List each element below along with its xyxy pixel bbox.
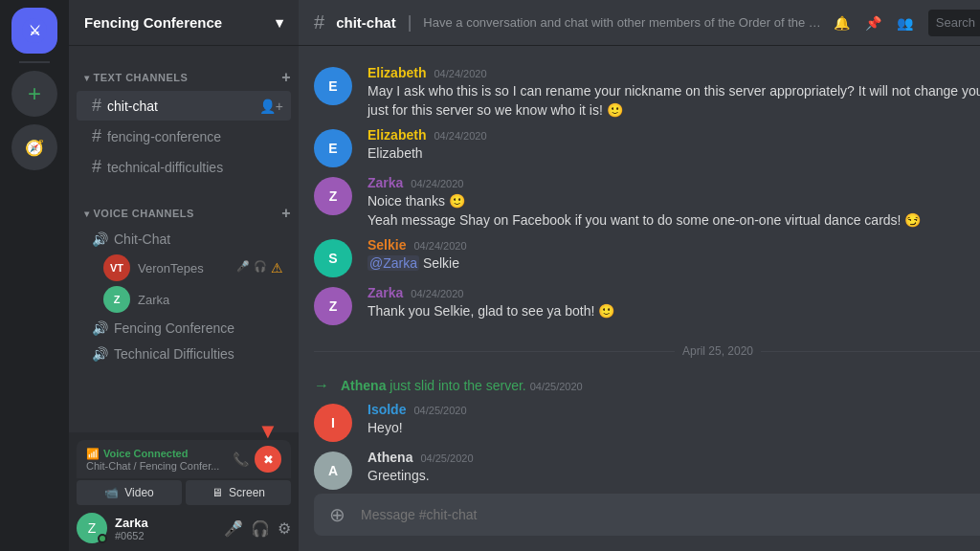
mention: @Zarka bbox=[368, 255, 419, 271]
message-header: Selkie 04/24/2020 bbox=[368, 237, 980, 253]
voice-channel-technical-difficulties[interactable]: 🔊 Technical Difficulties bbox=[77, 342, 291, 366]
voice-channel-fencing-conference[interactable]: 🔊 Fencing Conference bbox=[77, 316, 291, 341]
channel-item-fencing-conference[interactable]: # fencing-conference bbox=[77, 121, 291, 151]
voice-member-avatar: VT bbox=[103, 254, 130, 281]
message-content: Selkie 04/24/2020 @Zarka Selkie bbox=[368, 237, 980, 277]
user-info-bar: Z Zarka #0652 🎤 🎧 ⚙ bbox=[77, 509, 291, 543]
message-input-bar: ⊕ 🎁 GIF 😊 bbox=[314, 494, 980, 536]
voice-member-zarka: Z Zarka bbox=[77, 284, 291, 315]
messages-area: E Elizabeth 04/24/2020 May I ask who thi… bbox=[299, 46, 980, 494]
channel-name: chit-chat bbox=[107, 99, 254, 114]
message-timestamp: 04/25/2020 bbox=[420, 452, 473, 464]
headset-icon[interactable]: 🎧 bbox=[251, 519, 270, 538]
message-text: Elizabeth bbox=[368, 144, 980, 164]
action-buttons: 📹 Video 🖥 Screen bbox=[77, 480, 291, 505]
message-timestamp: 04/24/2020 bbox=[434, 130, 486, 142]
message-group: I Isolde 04/25/2020 Heyo! bbox=[299, 398, 980, 446]
video-button[interactable]: 📹 Video bbox=[77, 480, 182, 505]
message-text: Thank you Selkie, glad to see ya both! 🙂 bbox=[368, 302, 980, 321]
mute-icon[interactable]: 🎤 bbox=[224, 519, 243, 538]
pin-icon[interactable]: 📌 bbox=[865, 15, 881, 31]
message-text: Greetings. bbox=[368, 467, 980, 486]
voice-member-avatar: Z bbox=[103, 286, 130, 313]
join-icon: → bbox=[314, 377, 329, 394]
camera-icon: 📹 bbox=[104, 486, 119, 499]
message-text: May I ask who this is so I can rename yo… bbox=[368, 82, 980, 120]
message-content: Zarka 04/24/2020 Noice thanks 🙂Yeah mess… bbox=[368, 175, 980, 230]
add-server-button[interactable]: + bbox=[11, 71, 57, 117]
message-group: Z Zarka 04/24/2020 Noice thanks 🙂Yeah me… bbox=[299, 171, 980, 233]
channel-name: fencing-conference bbox=[107, 129, 283, 144]
speaker-icon: 🔊 bbox=[92, 320, 108, 336]
message-header: Zarka 04/24/2020 bbox=[368, 175, 980, 190]
vc-disconnect-container: ▼ ✖ bbox=[255, 446, 281, 473]
disconnect-icon: ✖ bbox=[263, 452, 274, 467]
message-group: Z Zarka 04/24/2020 Thank you Selkie, gla… bbox=[299, 281, 980, 329]
text-channels-category[interactable]: ▾ TEXT CHANNELS + bbox=[69, 54, 299, 90]
chat-header: # chit-chat | Have a conversation and ch… bbox=[299, 0, 980, 46]
message-header: Athena 04/25/2020 bbox=[368, 450, 980, 465]
add-attachment-button[interactable]: ⊕ bbox=[325, 494, 349, 536]
server-sidebar: ⚔ + 🧭 bbox=[0, 0, 69, 551]
voice-channel-name: Technical Difficulties bbox=[114, 346, 283, 362]
voice-channel-chit-chat[interactable]: 🔊 Chit-Chat bbox=[77, 227, 291, 252]
add-channel-icon[interactable]: + bbox=[281, 69, 291, 86]
svg-text:⚔: ⚔ bbox=[29, 23, 41, 38]
message-avatar: A bbox=[314, 452, 352, 490]
voice-channel-name: Fencing Conference bbox=[114, 320, 283, 336]
user-area: 📶 Voice Connected Chit-Chat / Fencing Co… bbox=[69, 432, 299, 551]
message-avatar: E bbox=[314, 67, 352, 105]
header-icons: 🔔 📌 👥 Search 🔍 @ ? bbox=[834, 10, 980, 36]
search-placeholder: Search bbox=[936, 15, 980, 30]
channel-list: ▾ TEXT CHANNELS + # chit-chat 👤+ # fenci… bbox=[69, 46, 299, 432]
server-header[interactable]: Fencing Conference ▾ bbox=[69, 0, 299, 46]
members-icon[interactable]: 👥 bbox=[897, 15, 913, 31]
screen-button[interactable]: 🖥 Screen bbox=[186, 480, 291, 505]
date-label: April 25, 2020 bbox=[682, 344, 753, 358]
message-input[interactable] bbox=[361, 496, 980, 533]
hash-icon: # bbox=[92, 96, 101, 116]
user-avatar-icon: Z bbox=[88, 520, 97, 536]
voice-status-icons: 🎤 🎧 ⚠ bbox=[236, 260, 283, 276]
category-chevron: ▾ bbox=[84, 209, 90, 219]
join-text: Athena just slid into the server. 04/25/… bbox=[341, 378, 583, 393]
message-author: Selkie bbox=[368, 237, 406, 253]
message-author: Elizabeth bbox=[368, 127, 426, 143]
text-channels-label: TEXT CHANNELS bbox=[94, 72, 189, 83]
server-name: Fencing Conference bbox=[84, 14, 222, 31]
voice-channel-name: Chit-Chat bbox=[114, 231, 283, 247]
join-message: → Athena just slid into the server. 04/2… bbox=[299, 373, 980, 398]
vc-status: 📶 Voice Connected Chit-Chat / Fencing Co… bbox=[86, 448, 219, 472]
settings-icon[interactable]: ⚙ bbox=[278, 519, 291, 538]
message-header: Elizabeth 04/24/2020 bbox=[368, 127, 980, 143]
hash-icon: # bbox=[92, 126, 101, 146]
server-icon-fencing[interactable]: ⚔ bbox=[11, 8, 57, 54]
screen-icon: 🖥 bbox=[212, 486, 223, 499]
message-text: @Zarka Selkie bbox=[368, 254, 980, 274]
channel-item-chit-chat[interactable]: # chit-chat 👤+ bbox=[77, 91, 291, 121]
discover-servers-button[interactable]: 🧭 bbox=[11, 124, 57, 170]
message-author: Isolde bbox=[368, 402, 406, 417]
add-voice-channel-icon[interactable]: + bbox=[281, 205, 291, 222]
muted-icon: 🎤 bbox=[236, 260, 250, 276]
voice-channels-category[interactable]: ▾ VOICE CHANNELS + bbox=[69, 189, 299, 226]
channel-name: technical-difficulties bbox=[107, 160, 283, 175]
message-avatar: Z bbox=[314, 177, 352, 215]
message-input-area: ⊕ 🎁 GIF 😊 bbox=[299, 494, 980, 551]
voice-connected-bar: 📶 Voice Connected Chit-Chat / Fencing Co… bbox=[77, 440, 291, 478]
notification-bell-icon[interactable]: 🔔 bbox=[834, 15, 850, 31]
message-content: Elizabeth 04/24/2020 May I ask who this … bbox=[368, 65, 980, 120]
channel-item-technical-difficulties[interactable]: # technical-difficulties bbox=[77, 152, 291, 182]
vc-control-icons: 📞 ▼ ✖ bbox=[233, 446, 281, 473]
vc-phone-icon[interactable]: 📞 bbox=[233, 452, 249, 467]
category-chevron: ▾ bbox=[84, 73, 90, 83]
vc-disconnect-button[interactable]: ✖ bbox=[255, 446, 281, 473]
search-bar[interactable]: Search 🔍 bbox=[928, 10, 980, 36]
add-member-icon[interactable]: 👤+ bbox=[259, 99, 283, 114]
voice-member-name: VeronTepes bbox=[138, 261, 229, 276]
vc-connected-label: 📶 Voice Connected bbox=[86, 448, 219, 460]
chat-channel-name: chit-chat bbox=[336, 14, 396, 31]
message-header: Elizabeth 04/24/2020 bbox=[368, 65, 980, 80]
message-author: Elizabeth bbox=[368, 65, 426, 80]
voice-member-verontepes: VT VeronTepes 🎤 🎧 ⚠ bbox=[77, 253, 291, 283]
